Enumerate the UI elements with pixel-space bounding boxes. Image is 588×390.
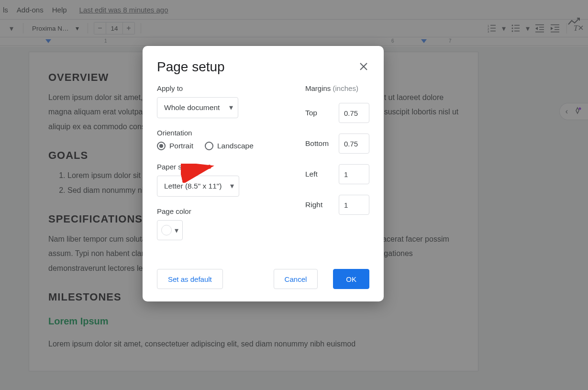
- margin-right-input[interactable]: [339, 195, 369, 215]
- radio-checked-icon: [157, 142, 166, 150]
- margin-top-label: Top: [305, 109, 317, 117]
- paper-size-value: Letter (8.5" x 11"): [164, 182, 222, 190]
- color-swatch-circle: [161, 225, 172, 235]
- margins-label-text: Margins: [305, 84, 331, 92]
- portrait-label: Portrait: [169, 142, 193, 150]
- dialog-title: Page setup: [157, 59, 225, 75]
- margin-bottom-input[interactable]: [339, 134, 369, 154]
- page-color-picker[interactable]: ▾: [157, 220, 183, 240]
- close-icon: [360, 63, 367, 70]
- close-button[interactable]: [358, 60, 369, 75]
- margin-right-label: Right: [305, 201, 322, 209]
- paper-size-select[interactable]: Letter (8.5" x 11") ▾: [157, 176, 239, 197]
- margin-bottom-label: Bottom: [305, 139, 329, 148]
- orientation-portrait-radio[interactable]: Portrait: [157, 142, 193, 150]
- margin-left-label: Left: [305, 170, 318, 178]
- margin-top-input[interactable]: [339, 103, 369, 123]
- set-as-default-button[interactable]: Set as default: [157, 269, 223, 289]
- chevron-down-icon: ▾: [229, 103, 233, 112]
- page-color-label: Page color: [157, 207, 291, 215]
- chevron-down-icon: ▾: [175, 226, 178, 235]
- orientation-landscape-radio[interactable]: Landscape: [205, 142, 254, 150]
- apply-to-value: Whole document: [164, 103, 220, 112]
- orientation-label: Orientation: [157, 129, 291, 137]
- apply-to-select[interactable]: Whole document ▾: [157, 97, 238, 118]
- paper-size-label: Paper size: [157, 163, 291, 171]
- margins-unit: (inches): [333, 84, 358, 92]
- page-setup-dialog: Page setup Apply to Whole document ▾ Ori…: [143, 46, 384, 301]
- apply-to-label: Apply to: [157, 84, 291, 92]
- margins-label: Margins (inches): [305, 84, 369, 92]
- ok-button[interactable]: OK: [333, 269, 369, 289]
- landscape-label: Landscape: [217, 142, 254, 150]
- cancel-button[interactable]: Cancel: [274, 269, 318, 289]
- chevron-down-icon: ▾: [230, 182, 234, 190]
- radio-unchecked-icon: [205, 142, 213, 150]
- margin-left-input[interactable]: [339, 164, 369, 184]
